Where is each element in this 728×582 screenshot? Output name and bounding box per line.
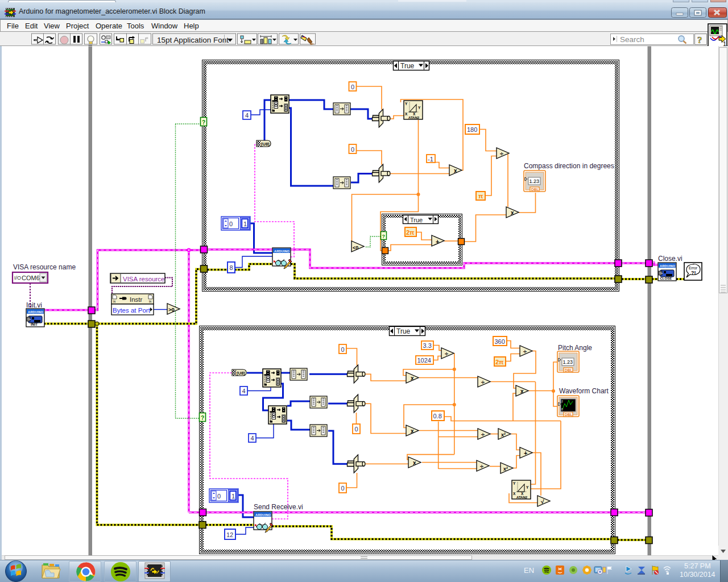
svg-text:?: ? — [201, 415, 204, 421]
svg-text:0: 0 — [217, 493, 221, 500]
svg-text:x: x — [413, 460, 416, 466]
svg-text:0: 0 — [351, 84, 354, 90]
svg-text:360: 360 — [495, 338, 505, 345]
svg-text:1.23: 1.23 — [563, 359, 573, 365]
svg-text:4: 4 — [251, 435, 254, 442]
svg-text:True: True — [400, 62, 415, 70]
svg-text:3.3: 3.3 — [423, 342, 432, 349]
svg-text:÷: ÷ — [480, 463, 483, 469]
svg-text:True: True — [410, 217, 423, 223]
svg-text:+: + — [436, 238, 439, 245]
svg-text:x: x — [511, 210, 514, 216]
svg-text:1: 1 — [243, 221, 247, 227]
svg-text:0: 0 — [341, 485, 345, 492]
svg-text:True: True — [396, 327, 411, 335]
svg-text:Pitch Angle: Pitch Angle — [558, 344, 592, 352]
svg-text:1: 1 — [231, 493, 235, 500]
svg-text:÷: ÷ — [445, 350, 448, 357]
svg-text:+: + — [524, 450, 527, 456]
svg-text:x: x — [411, 428, 414, 434]
svg-text:x: x — [520, 388, 524, 394]
svg-text:?: ? — [202, 119, 205, 126]
svg-text:8: 8 — [230, 264, 233, 271]
svg-text:x²: x² — [501, 432, 506, 438]
svg-text:VISA resource name: VISA resource name — [13, 263, 76, 271]
svg-text:0: 0 — [351, 146, 354, 153]
svg-text:>0: >0 — [168, 306, 175, 313]
svg-text:x: x — [454, 168, 457, 174]
svg-text:2π: 2π — [495, 359, 504, 365]
svg-text:?!: ?! — [149, 300, 152, 304]
svg-text:2: 2 — [561, 400, 563, 403]
svg-text:÷: ÷ — [481, 431, 485, 438]
svg-text:1.23: 1.23 — [530, 178, 540, 184]
svg-text:Bytes at Port: Bytes at Port — [113, 307, 151, 314]
svg-text:π: π — [478, 193, 483, 199]
svg-text:0: 0 — [355, 426, 358, 433]
svg-text:x: x — [411, 375, 414, 381]
svg-text:0.8: 0.8 — [433, 413, 442, 419]
svg-text:Close.vi: Close.vi — [658, 255, 682, 263]
svg-text:1024: 1024 — [417, 357, 431, 364]
svg-text:Error: Error — [689, 266, 698, 270]
svg-text:Send Receive.vi: Send Receive.vi — [254, 503, 303, 511]
svg-text:Waveform Chart: Waveform Chart — [559, 387, 609, 395]
svg-text:÷: ÷ — [523, 348, 527, 355]
svg-text:0: 0 — [561, 408, 563, 411]
svg-text:÷: ÷ — [500, 150, 503, 157]
svg-text:INIT: INIT — [31, 322, 38, 326]
svg-text:0: 0 — [341, 346, 345, 353]
svg-text:COM6: COM6 — [22, 275, 40, 281]
svg-text:?!: ?! — [113, 300, 116, 304]
svg-text:Compass direction in degrees: Compass direction in degrees — [524, 162, 614, 170]
svg-text:-1: -1 — [428, 156, 433, 163]
svg-text:<0: <0 — [353, 245, 358, 251]
svg-text:4: 4 — [245, 112, 249, 119]
svg-text:x²: x² — [503, 466, 508, 472]
svg-text:180: 180 — [467, 126, 477, 133]
svg-text:?: ? — [382, 234, 386, 239]
svg-text:VISA resource: VISA resource — [123, 276, 165, 282]
svg-text:÷: ÷ — [481, 379, 485, 385]
svg-text:?!: ?! — [691, 270, 696, 276]
svg-text:√: √ — [541, 498, 544, 505]
svg-text:Instr: Instr — [130, 296, 143, 303]
svg-text:0: 0 — [229, 221, 233, 227]
svg-text:2π: 2π — [406, 229, 415, 236]
svg-text:CLOSE: CLOSE — [660, 277, 672, 280]
svg-text:12: 12 — [226, 531, 233, 538]
svg-text:4: 4 — [242, 388, 246, 394]
svg-text:Init.vi: Init.vi — [26, 301, 42, 309]
svg-text:I/O: I/O — [14, 275, 21, 281]
